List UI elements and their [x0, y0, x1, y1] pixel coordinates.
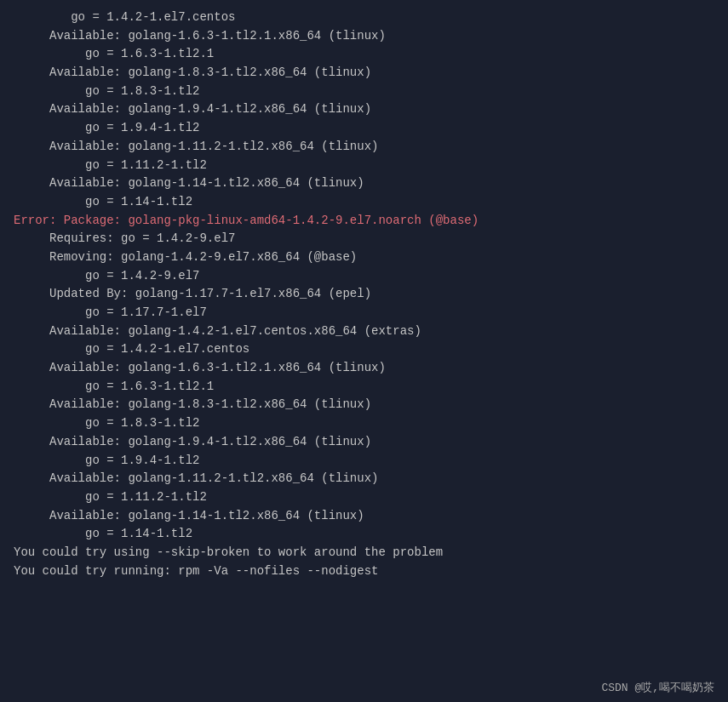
terminal-output: go = 1.4.2-1.el7.centos Available: golan…: [0, 0, 728, 676]
terminal-line: You could try using --skip-broken to wor…: [14, 544, 714, 562]
terminal-line: Requires: go = 1.4.2-9.el7: [14, 230, 714, 248]
terminal-line: go = 1.9.4-1.tl2: [14, 119, 714, 138]
terminal-line: Available: golang-1.14-1.tl2.x86_64 (tli…: [14, 507, 714, 526]
terminal-line: Available: golang-1.9.4-1.tl2.x86_64 (tl…: [14, 100, 714, 119]
terminal-line: go = 1.11.2-1.tl2: [14, 488, 714, 507]
terminal-line: go = 1.4.2-1.el7.centos: [14, 9, 714, 27]
terminal-line: Available: golang-1.11.2-1.tl2.x86_64 (t…: [14, 138, 714, 157]
terminal-line: Available: golang-1.8.3-1.tl2.x86_64 (tl…: [14, 64, 714, 83]
terminal-line: go = 1.9.4-1.tl2: [14, 452, 714, 471]
terminal-line: Available: golang-1.6.3-1.tl2.1.x86_64 (…: [14, 27, 714, 46]
terminal-line: go = 1.6.3-1.tl2.1: [14, 378, 714, 397]
terminal-line: go = 1.17.7-1.el7: [14, 304, 714, 322]
terminal-line: go = 1.14-1.tl2: [14, 525, 714, 544]
terminal-line: Available: golang-1.9.4-1.tl2.x86_64 (tl…: [14, 433, 714, 452]
terminal-line: go = 1.8.3-1.tl2: [14, 83, 714, 101]
terminal-line: Available: golang-1.4.2-1.el7.centos.x86…: [14, 322, 714, 341]
terminal-line: Available: golang-1.14-1.tl2.x86_64 (tli…: [14, 174, 714, 193]
terminal-line: go = 1.4.2-9.el7: [14, 267, 714, 286]
terminal-line: go = 1.8.3-1.tl2: [14, 414, 714, 433]
terminal-line: Removing: golang-1.4.2-9.el7.x86_64 (@ba…: [14, 248, 714, 267]
terminal-line: Available: golang-1.11.2-1.tl2.x86_64 (t…: [14, 470, 714, 488]
terminal-line: go = 1.4.2-1.el7.centos: [14, 340, 714, 359]
terminal-line: Available: golang-1.6.3-1.tl2.1.x86_64 (…: [14, 359, 714, 378]
terminal-line: go = 1.11.2-1.tl2: [14, 157, 714, 175]
terminal-line: go = 1.6.3-1.tl2.1: [14, 45, 714, 64]
terminal-line: Error: Package: golang-pkg-linux-amd64-1…: [14, 212, 714, 231]
footer-text: CSDN @哎,喝不喝奶茶: [601, 680, 714, 695]
footer: CSDN @哎,喝不喝奶茶: [0, 676, 728, 702]
terminal-line: You could try running: rpm -Va --nofiles…: [14, 562, 714, 581]
terminal-line: Updated By: golang-1.17.7-1.el7.x86_64 (…: [14, 285, 714, 304]
terminal-line: Available: golang-1.8.3-1.tl2.x86_64 (tl…: [14, 396, 714, 414]
terminal-line: go = 1.14-1.tl2: [14, 193, 714, 212]
